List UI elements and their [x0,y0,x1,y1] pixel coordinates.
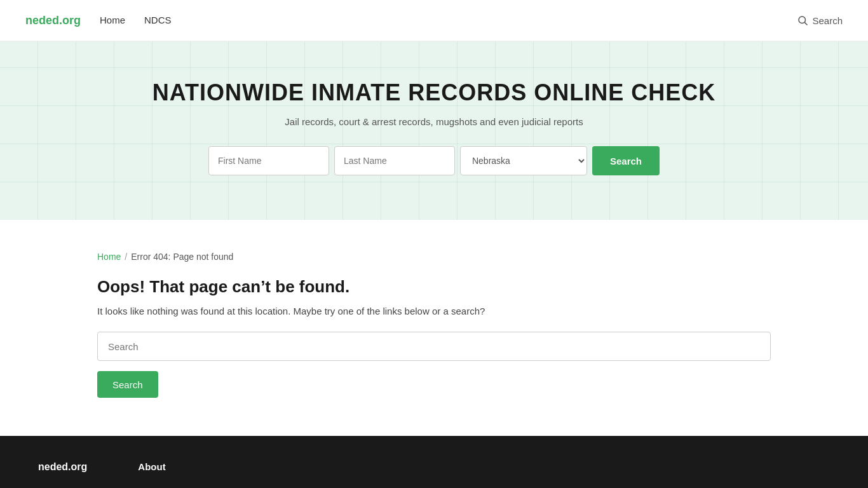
nav-link-home[interactable]: Home [100,15,125,25]
brand-link[interactable]: neded.org [25,14,81,27]
navbar: neded.org Home NDCS Search [0,0,868,41]
footer-brand-col: neded.org [38,461,87,478]
breadcrumb-current: Error 404: Page not found [131,252,233,262]
nav-search-label: Search [812,15,843,26]
nav-search-button[interactable]: Search [797,15,843,26]
first-name-input[interactable] [208,146,329,175]
content-search-button[interactable]: Search [97,371,158,398]
svg-point-0 [799,17,806,24]
breadcrumb-home[interactable]: Home [97,252,121,262]
error-description: It looks like nothing was found at this … [97,306,771,316]
footer: neded.org About [0,436,868,488]
footer-inner: neded.org About [38,461,830,478]
breadcrumb-separator: / [125,252,127,262]
search-icon [797,15,808,26]
hero-search-button[interactable]: Search [592,146,660,175]
error-title: Oops! That page can’t be found. [97,277,771,297]
nav-item-ndcs[interactable]: NDCS [144,15,172,26]
footer-brand: neded.org [38,461,87,473]
nav-link-ndcs[interactable]: NDCS [144,15,172,25]
state-select[interactable]: AlabamaAlaskaArizonaArkansasCaliforniaCo… [460,146,587,175]
nav-links: Home NDCS [100,15,172,26]
last-name-input[interactable] [334,146,455,175]
hero-title: NATIONWIDE INMATE RECORDS ONLINE CHECK [13,79,855,106]
content-search-input[interactable] [97,332,771,361]
hero-form: AlabamaAlaskaArizonaArkansasCaliforniaCo… [13,146,855,175]
breadcrumb: Home / Error 404: Page not found [97,252,771,262]
hero-section: NATIONWIDE INMATE RECORDS ONLINE CHECK J… [0,41,868,220]
svg-line-1 [805,22,808,25]
nav-item-home[interactable]: Home [100,15,125,26]
hero-subtitle: Jail records, court & arrest records, mu… [13,116,855,127]
main-content: Home / Error 404: Page not found Oops! T… [72,220,796,436]
footer-about-col: About [138,461,165,478]
footer-about-heading: About [138,461,165,472]
